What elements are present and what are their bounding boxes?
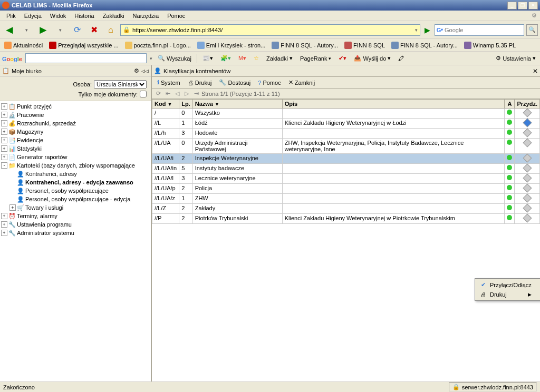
- ctx-attach[interactable]: ✔ Przyłącz/Odłącz: [476, 280, 540, 290]
- diamond-icon[interactable]: [523, 164, 532, 173]
- forward-button[interactable]: ►: [36, 23, 51, 37]
- google-search-dropdown[interactable]: ▾: [150, 56, 152, 61]
- tree-item[interactable]: +📄Generator raportów: [1, 153, 150, 161]
- google-highlight-button[interactable]: 🖍: [396, 55, 406, 62]
- expander-icon[interactable]: +: [1, 154, 7, 160]
- pagerank-button[interactable]: PageRank▾: [298, 55, 333, 62]
- search-input[interactable]: [445, 27, 523, 33]
- diamond-icon[interactable]: [523, 214, 532, 223]
- menu-zakladki[interactable]: Zakładki: [99, 12, 129, 20]
- diamond-icon[interactable]: [523, 174, 532, 183]
- table-row[interactable]: //L/UA/p2Policja: [152, 184, 540, 194]
- tree-item[interactable]: +🔬Pracownie: [1, 111, 150, 119]
- google-plus-button[interactable]: 🧩▾: [218, 55, 233, 62]
- print-button[interactable]: 🖨Drukuj: [185, 79, 215, 87]
- table-row[interactable]: //L/h3Hodowle: [152, 129, 540, 139]
- bookmark-item[interactable]: FINN 8 SQL - Autory...: [269, 41, 340, 50]
- url-bar[interactable]: 🔒 ▾: [120, 24, 420, 36]
- diamond-icon[interactable]: [523, 204, 532, 213]
- bookmark-item[interactable]: Przeglądaj wszystkie ...: [47, 41, 120, 50]
- expander-icon[interactable]: +: [1, 145, 7, 152]
- pager-first[interactable]: ⇤: [163, 90, 172, 98]
- google-star-button[interactable]: ☆: [252, 55, 261, 62]
- table-row[interactable]: //L/UA/in5Instytuty badawcze: [152, 164, 540, 174]
- close-button[interactable]: ✕Zamknij: [285, 78, 319, 87]
- ctx-print[interactable]: 🖨 Drukuj ▶: [476, 290, 540, 299]
- pager-refresh[interactable]: ⟳: [154, 90, 162, 98]
- diamond-icon[interactable]: [523, 139, 532, 148]
- search-box[interactable]: G▾: [435, 24, 524, 36]
- diamond-icon[interactable]: [523, 184, 532, 193]
- google-bookmarks-button[interactable]: Zakładki▾: [264, 55, 295, 62]
- google-check-button[interactable]: ✔▾: [336, 55, 349, 62]
- sidebar-tools-icon[interactable]: ⚙: [134, 67, 139, 74]
- forward-dropdown[interactable]: ▾: [53, 23, 68, 37]
- column-header[interactable]: Kod ▼: [152, 100, 179, 109]
- bookmark-item[interactable]: poczta.finn.pl - Logo...: [123, 41, 193, 50]
- table-row[interactable]: /0Wszystko: [152, 109, 540, 119]
- bookmark-item[interactable]: FINN 8 SQL: [342, 41, 387, 50]
- close-window-button[interactable]: ✕: [528, 2, 538, 9]
- osoba-select[interactable]: Urszula Siniarska: [94, 80, 147, 89]
- stop-button[interactable]: ✖: [86, 23, 101, 37]
- tree-item[interactable]: +⏰Terminy, alarmy: [1, 212, 150, 220]
- menu-edycja[interactable]: Edycja: [20, 12, 46, 20]
- menu-widok[interactable]: Widok: [46, 12, 71, 20]
- expander-icon[interactable]: +: [1, 221, 7, 228]
- adjust-button[interactable]: 🔧Dostosuj: [216, 78, 254, 87]
- pager-last[interactable]: ⇥: [192, 90, 200, 98]
- bookmark-item[interactable]: Winamp 5.35 PL: [462, 41, 518, 50]
- tree-item[interactable]: 👤Kontrahenci, adresy: [1, 170, 150, 178]
- tree-item[interactable]: 👤Personel, osoby współpracujące - edycja: [1, 195, 150, 203]
- diamond-icon[interactable]: [523, 129, 532, 138]
- menu-historia[interactable]: Historia: [70, 12, 98, 20]
- column-header[interactable]: Opis: [282, 100, 505, 109]
- tree-item[interactable]: +🛒Towary i usługi: [1, 203, 150, 212]
- system-button[interactable]: ℹSystem: [154, 78, 184, 87]
- expander-icon[interactable]: +: [1, 213, 7, 219]
- refresh-button[interactable]: ⟳: [70, 23, 84, 37]
- tree-item[interactable]: +📋Punkt przyjęć: [1, 102, 150, 111]
- expander-icon[interactable]: +: [1, 230, 7, 236]
- google-news-button[interactable]: 📰▾: [200, 55, 215, 62]
- table-row[interactable]: //L/UA/l3Lecznice weterynaryjne: [152, 174, 540, 184]
- minimize-button[interactable]: _: [507, 2, 517, 9]
- menu-narzedzia[interactable]: Narzędzia: [129, 12, 163, 20]
- diamond-icon[interactable]: [523, 119, 532, 128]
- column-header[interactable]: Nazwa ▼: [192, 100, 282, 109]
- url-input[interactable]: [132, 27, 413, 33]
- help-button[interactable]: ?Pomoc: [255, 79, 284, 87]
- diamond-icon[interactable]: [523, 109, 532, 117]
- tree-item[interactable]: +💰Rozrachunki, sprzedaż: [1, 119, 150, 128]
- sidebar-close-icon[interactable]: ◁◁: [141, 68, 149, 74]
- table-row[interactable]: //L/UA/i2Inspekcje Weterynaryjne: [152, 154, 540, 164]
- pager-next[interactable]: ▷: [182, 90, 191, 98]
- diamond-icon[interactable]: [523, 154, 532, 163]
- back-button[interactable]: ◄: [2, 23, 17, 37]
- expander-icon[interactable]: -: [1, 162, 7, 169]
- home-button[interactable]: ⌂: [103, 23, 118, 37]
- expander-icon[interactable]: +: [1, 137, 7, 143]
- column-header[interactable]: Lp.: [179, 100, 193, 109]
- table-row[interactable]: //P2Piotrków TrybunalskiKlienci Zakładu …: [152, 214, 540, 224]
- google-search-button[interactable]: 🔍Wyszukaj: [156, 55, 194, 62]
- table-row[interactable]: //L1ŁódźKlienci Zakładu Higieny Weteryna…: [152, 119, 540, 129]
- tree-item[interactable]: +📊Statystyki: [1, 144, 150, 153]
- tree-item[interactable]: -📁Kartoteki (bazy danych, zbiory wspomag…: [1, 161, 150, 170]
- go-button[interactable]: ▶: [422, 26, 432, 34]
- expander-icon[interactable]: +: [1, 112, 7, 118]
- column-header[interactable]: Przydz.: [515, 100, 540, 109]
- back-dropdown[interactable]: ▾: [19, 23, 34, 37]
- google-send-button[interactable]: 📤Wyślij do▾: [352, 55, 393, 62]
- column-header[interactable]: A: [505, 100, 515, 109]
- table-row[interactable]: //L/UA0Urzędy Administracji PaństwowejZH…: [152, 139, 540, 154]
- tree-item[interactable]: +📦Magazyny: [1, 128, 150, 136]
- google-settings-button[interactable]: ⚙Ustawienia▾: [494, 55, 538, 62]
- only-my-docs-checkbox[interactable]: [140, 91, 147, 97]
- content-close-button[interactable]: ✕: [533, 67, 538, 75]
- expander-icon[interactable]: +: [1, 120, 7, 126]
- google-search-input[interactable]: [25, 53, 147, 63]
- diamond-icon[interactable]: [523, 194, 532, 203]
- expander-icon[interactable]: +: [9, 204, 16, 211]
- table-row[interactable]: //L/Z2Zakłady: [152, 204, 540, 214]
